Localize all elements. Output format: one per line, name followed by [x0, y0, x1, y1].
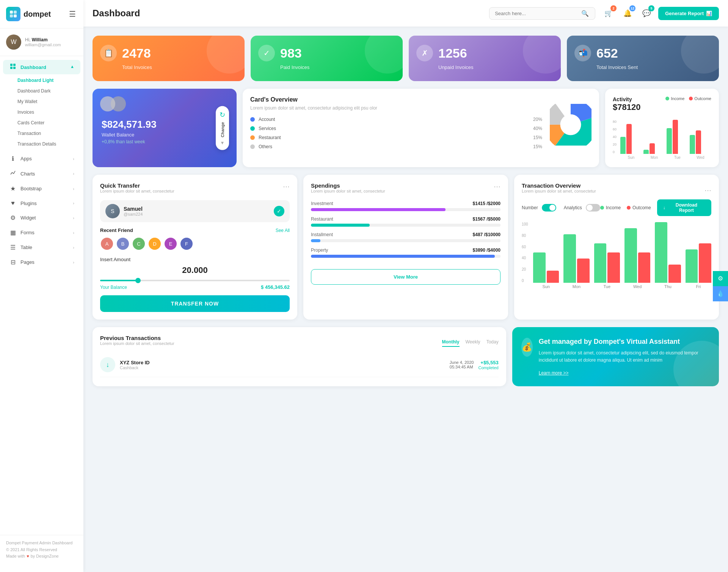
installment-track	[311, 239, 500, 242]
bar-group-tue	[667, 120, 688, 154]
search-icon: 🔍	[581, 10, 589, 17]
income-label: Income	[671, 96, 684, 101]
analytics-toggle-group: Analytics	[564, 204, 600, 212]
number-toggle[interactable]	[542, 204, 556, 212]
analytics-toggle[interactable]	[586, 204, 600, 212]
activity-card: Activity $78120 Income Outcome	[605, 89, 719, 167]
services-pct: 40%	[533, 126, 542, 131]
sidebar-item-forms[interactable]: ▦ Forms ›	[3, 226, 80, 240]
download-icon: ↓	[663, 205, 665, 210]
overview-item-account: Account 20%	[250, 117, 542, 122]
subnav-dashboard-light[interactable]: Dashboard Light	[0, 75, 83, 86]
subnav-transaction[interactable]: Transaction	[0, 128, 83, 139]
installment-label: Installment	[311, 232, 333, 237]
subnav-cards-center[interactable]: Cards Center	[0, 118, 83, 128]
number-toggle-group: Number	[522, 204, 556, 212]
person-info: Samuel @sam224	[124, 206, 143, 216]
va-learn-more-link[interactable]: Learn more >>	[539, 370, 569, 376]
pt-item-name: XYZ Store ID	[120, 360, 445, 365]
message-button[interactable]: 💬 5	[639, 6, 654, 20]
to-income-thu	[655, 222, 667, 283]
cards-overview-card: Card's Overview Lorem ipsum dolor sit am…	[243, 89, 599, 167]
overview-subtitle: Lorem ipsum dolor sit amet, consectetur …	[250, 105, 542, 111]
sp-items: Investment $1415 /$2000 Restaurant $1567…	[311, 201, 500, 258]
overview-info: Card's Overview Lorem ipsum dolor sit am…	[250, 96, 542, 154]
pt-tabs: Monthly Weekly Today	[442, 339, 499, 347]
sp-more-button[interactable]: ⋯	[494, 182, 500, 191]
sidebar-item-pages[interactable]: ⊟ Pages ›	[3, 255, 80, 269]
income-bar-tue	[667, 128, 672, 154]
friend-avatar-6[interactable]: F	[180, 237, 193, 251]
view-more-button[interactable]: View More	[311, 269, 500, 285]
sidebar-item-bootstrap[interactable]: ★ Bootstrap ›	[3, 182, 80, 196]
sidebar-item-charts[interactable]: Charts ›	[3, 166, 80, 181]
bar-group-mon	[643, 143, 665, 154]
pt-item-icon: ↓	[100, 357, 115, 372]
notification-button[interactable]: 🔔 12	[620, 6, 635, 20]
others-dot	[250, 144, 255, 149]
y0: 0	[522, 279, 528, 283]
income-legend: Income	[665, 96, 684, 101]
qt-more-button[interactable]: ⋯	[283, 182, 290, 191]
subnav-dashboard-dark[interactable]: Dashboard Dark	[0, 86, 83, 96]
hamburger-button[interactable]: ☰	[67, 8, 77, 20]
transfer-now-button[interactable]: TRANSFER NOW	[100, 295, 290, 312]
main-content: Dashboard 🔍 🛒 2 🔔 12 💬 5 Generate Report…	[83, 0, 728, 572]
pie-container: Card's Overview Lorem ipsum dolor sit am…	[250, 96, 592, 154]
pt-item-amount-status: +$5,553 Completed	[478, 360, 498, 370]
virtual-assistant-card: 💰 Get managed by Dompet's Virtual Assist…	[512, 327, 719, 386]
pt-item-amount: +$5,553	[478, 360, 498, 365]
water-panel-button[interactable]: 💧	[713, 286, 728, 301]
change-button[interactable]: ↻ Change ▼	[216, 106, 229, 150]
generate-report-button[interactable]: Generate Report 📊	[658, 7, 719, 20]
insert-label: Insert Amount	[100, 257, 290, 262]
person-id: @sam224	[124, 212, 143, 216]
change-arrow: ▼	[220, 140, 225, 146]
slider-fill	[100, 280, 138, 281]
total-invoices-label: Total Invoices	[122, 64, 237, 70]
friend-avatar-5[interactable]: E	[164, 237, 177, 251]
svg-rect-0	[10, 11, 13, 14]
overview-title: Card's Overview	[250, 96, 542, 103]
sidebar-item-widget[interactable]: ⚙ Widget ›	[3, 211, 80, 225]
sidebar-item-table[interactable]: ☰ Table ›	[3, 240, 80, 254]
number-toggle-label: Number	[522, 205, 538, 210]
friend-avatar-3[interactable]: C	[132, 237, 146, 251]
friend-avatar-2[interactable]: B	[116, 237, 130, 251]
notification-badge: 12	[629, 5, 635, 11]
download-report-button[interactable]: ↓ Download Report	[657, 199, 711, 216]
investment-track	[311, 208, 500, 211]
qt-header: Quick Transfer Lorem ipsum dolor sit ame…	[100, 182, 290, 199]
settings-panel-button[interactable]: ⚙	[713, 271, 728, 286]
footer-brand: Dompet Payment Admin Dashboard	[6, 540, 77, 547]
slider-thumb[interactable]	[135, 278, 141, 283]
pt-item-date: June 4, 2020	[450, 360, 474, 365]
friend-avatar-1[interactable]: A	[100, 237, 114, 251]
friend-avatar-4[interactable]: D	[148, 237, 162, 251]
tab-monthly[interactable]: Monthly	[442, 339, 460, 347]
sidebar-item-plugins[interactable]: ♥ Plugins ›	[3, 196, 80, 210]
check-icon: ✓	[274, 206, 284, 216]
see-all-link[interactable]: See All	[276, 228, 290, 233]
paid-invoices-icon: ✓	[258, 45, 275, 61]
to-income-sun	[533, 252, 546, 283]
outcome-dot	[689, 97, 693, 100]
subnav-invoices[interactable]: Invoices	[0, 107, 83, 118]
cart-button[interactable]: 🛒 2	[601, 6, 616, 20]
overview-items: Account 20% Services 40% Restaurant	[250, 117, 542, 149]
tab-today[interactable]: Today	[486, 339, 499, 347]
subnav-my-wallet[interactable]: My Wallet	[0, 96, 83, 107]
sidebar-item-dashboard[interactable]: Dashboard ▼	[3, 60, 80, 74]
sidebar-item-apps[interactable]: ℹ Apps ›	[3, 152, 80, 166]
slider-track[interactable]	[100, 280, 290, 281]
subnav-transaction-details[interactable]: Transaction Details	[0, 139, 83, 149]
to-more-button[interactable]: ⋯	[704, 186, 711, 194]
tab-weekly[interactable]: Weekly	[466, 339, 480, 347]
balance-row: Your Balance $ 456,345.62	[100, 284, 290, 290]
search-input[interactable]	[495, 11, 578, 16]
pie-chart	[550, 104, 592, 147]
sp-header: Spendings Lorem ipsum dolor sit amet, co…	[311, 182, 500, 199]
user-greeting: Hi,	[25, 37, 31, 42]
paid-invoices-label: Paid Invoices	[280, 64, 395, 70]
widget-icon: ⚙	[9, 214, 17, 221]
